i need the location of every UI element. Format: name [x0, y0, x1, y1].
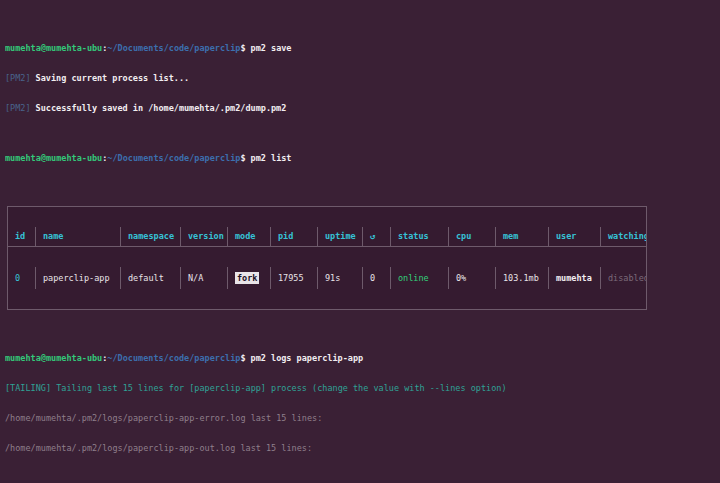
- tailing-line: [TAILING] Tailing last 15 lines for [pap…: [5, 383, 720, 393]
- cell-mode: fork: [228, 267, 271, 289]
- prompt-path: ~/Documents/code/paperclip: [107, 353, 240, 363]
- error-log-msg: /home/mumehta/.pm2/logs/paperclip-app-er…: [5, 413, 322, 423]
- prompt-path: ~/Documents/code/paperclip: [107, 153, 240, 163]
- prompt-user-host: mumehta@mumehta-ubu: [5, 43, 102, 53]
- pm2-tag: [PM2]: [5, 103, 31, 113]
- status-badge: online: [391, 267, 449, 289]
- command-list: pm2 list: [246, 153, 292, 163]
- col-header-pid: pid: [271, 227, 318, 247]
- col-header-name: name: [36, 227, 121, 247]
- prompt-line-list: mumehta@mumehta-ubu:~/Documents/code/pap…: [5, 153, 720, 163]
- col-header-status: status: [391, 227, 449, 247]
- command-logs: pm2 logs paperclip-app: [246, 353, 364, 363]
- tailing-msg: [TAILING] Tailing last 15 lines for [pap…: [5, 383, 507, 393]
- cell-id: 0: [8, 267, 36, 289]
- cell-name: paperclip-app: [36, 267, 121, 289]
- out-log-msg: /home/mumehta/.pm2/logs/paperclip-app-ou…: [5, 443, 312, 453]
- col-header-mem: mem: [496, 227, 549, 247]
- cell-pid: 17955: [271, 267, 318, 289]
- prompt-line-logs: mumehta@mumehta-ubu:~/Documents/code/pap…: [5, 353, 720, 363]
- terminal-window: mumehta@mumehta-ubu:~/Documents/code/pap…: [0, 0, 720, 483]
- out-log-path-line: /home/mumehta/.pm2/logs/paperclip-app-ou…: [5, 443, 720, 453]
- cell-version: N/A: [181, 267, 228, 289]
- restart-count-icon: ↺: [363, 227, 391, 247]
- cell-uptime: 91s: [318, 267, 363, 289]
- pm2-saved-msg: Successfully saved in /home/mumehta/.pm2…: [31, 103, 287, 113]
- prompt-user-host: mumehta@mumehta-ubu: [5, 353, 102, 363]
- cell-restarts: 0: [363, 267, 391, 289]
- prompt-dollar: $: [240, 153, 245, 163]
- error-log-path-line: /home/mumehta/.pm2/logs/paperclip-app-er…: [5, 413, 720, 423]
- col-header-watching: watching: [601, 227, 646, 247]
- pm2-tag: [PM2]: [5, 73, 31, 83]
- prompt-dollar: $: [240, 353, 245, 363]
- pm2-saving-line: [PM2]Saving current process list...: [5, 73, 720, 83]
- col-header-uptime: uptime: [318, 227, 363, 247]
- cell-namespace: default: [121, 267, 181, 289]
- pm2-saved-line: [PM2]Successfully saved in /home/mumehta…: [5, 103, 720, 113]
- prompt-line-save: mumehta@mumehta-ubu:~/Documents/code/pap…: [5, 43, 720, 53]
- col-header-version: version: [181, 227, 228, 247]
- prompt-path: ~/Documents/code/paperclip: [107, 43, 240, 53]
- col-header-namespace: namespace: [121, 227, 181, 247]
- pm2-process-table-1: idnamenamespaceversionmodepiduptime↺stat…: [7, 206, 647, 310]
- prompt-dollar: $: [240, 43, 245, 53]
- cell-user: mumehta: [549, 267, 601, 289]
- col-header-user: user: [549, 227, 601, 247]
- table-header-row: idnamenamespaceversionmodepiduptime↺stat…: [8, 227, 646, 247]
- process-row: 0paperclip-appdefaultN/Afork1795591s0onl…: [8, 267, 646, 289]
- cell-cpu: 0%: [449, 267, 496, 289]
- command-save: pm2 save: [246, 43, 292, 53]
- col-header-mode: mode: [228, 227, 271, 247]
- cell-mem: 103.1mb: [496, 267, 549, 289]
- col-header-id: id: [8, 227, 36, 247]
- col-header-cpu: cpu: [449, 227, 496, 247]
- pm2-saving-msg: Saving current process list...: [31, 73, 190, 83]
- prompt-user-host: mumehta@mumehta-ubu: [5, 153, 102, 163]
- cell-watching: disabled: [601, 267, 646, 289]
- mode-badge: fork: [235, 272, 259, 284]
